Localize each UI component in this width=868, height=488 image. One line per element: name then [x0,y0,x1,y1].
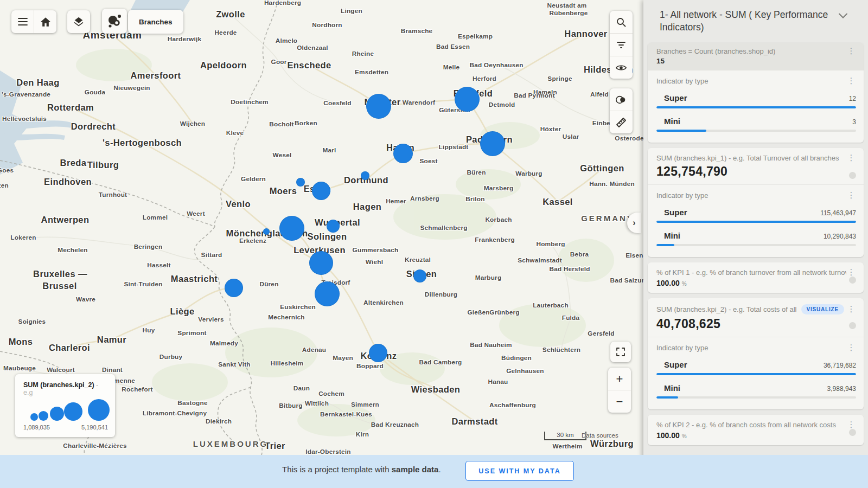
kebab-menu-icon[interactable]: ⋮ [846,191,856,199]
kpi-card: Branches = Count (branches.shop_id)⋮15In… [648,42,864,143]
menu-button[interactable] [11,11,34,32]
branch-bubble[interactable] [393,144,413,163]
branch-bubble[interactable] [309,251,333,275]
indicator-name: Super [664,360,824,369]
measure-button[interactable] [610,111,633,133]
chevron-down-icon[interactable] [839,13,847,18]
kpi-card: % of KPI 2 - e.g. % of branch costs from… [648,415,864,445]
indicator-bar-track [656,396,856,399]
branch-bubble[interactable] [225,279,243,297]
kebab-menu-icon[interactable]: ⋮ [846,268,856,276]
legend-circle [30,413,38,421]
indicator-name: Mini [664,117,852,126]
indicator-title-row: Indicator by type⋮ [656,77,856,85]
branch-bubble[interactable] [279,216,304,241]
indicator-row-head: Mini10,290,843 [664,231,856,240]
zoom-in-button[interactable]: + [608,368,631,390]
zoom-out-button[interactable]: − [608,390,631,413]
indicator-name: Super [664,208,820,217]
visibility-button[interactable] [610,56,633,79]
search-button[interactable] [610,11,633,33]
map-tools-group-1 [610,11,633,79]
indicator-bar-fill [656,396,678,399]
card-label: % of KPI 2 - e.g. % of branch costs from… [656,421,846,429]
layers-control [67,10,90,33]
kebab-menu-icon[interactable]: ⋮ [846,47,856,55]
indicator-name: Mini [664,383,827,393]
visualize-button[interactable]: VISUALIZE [801,304,844,314]
bubble-layer-button[interactable] [102,9,127,34]
indicator-bar-track [656,373,856,375]
indicator-row: Mini3 [656,117,856,132]
app-window: AmsterdamZwolleHannoverApeldoornAmersfoo… [0,0,868,488]
panel-title: 1- All network - SUM ( Key Performance I… [660,9,839,34]
branch-bubble[interactable] [327,220,340,233]
indicator-row-head: Super36,719,682 [664,360,856,369]
indicator-row: Mini3,988,943 [656,383,856,399]
drag-handle-dot [849,172,856,179]
indicator-value: 36,719,682 [824,362,856,369]
map-tools-group-2 [610,88,633,133]
branch-bubble[interactable] [366,94,391,119]
indicator-row: Mini10,290,843 [656,231,856,246]
kebab-menu-icon[interactable]: ⋮ [846,421,856,428]
indicator-row-head: Super12 [664,93,856,102]
indicator-value: 3,988,943 [827,385,856,393]
template-banner: This is a project template with sample d… [0,455,868,488]
indicator-value: 3 [852,118,856,126]
scale-bar: 30 km [544,432,586,440]
ruler-icon [616,117,627,128]
card-label-row: SUM (branches.kpi_1) - e.g. Total Turnov… [656,154,856,162]
attribution-link[interactable]: Data sources [582,432,618,439]
branch-bubble[interactable] [413,269,426,282]
branch-bubble[interactable] [369,344,387,362]
kpi-card-body: SUM (branches.kpi_1) - e.g. Total Turnov… [648,148,864,184]
indicator-bar-track [656,221,856,223]
indicator-title-row: Indicator by type⋮ [656,191,856,200]
kpi-card: SUM (branches.kpi_1) - e.g. Total Turnov… [648,148,864,257]
bubble-cluster-icon [106,13,123,29]
indicator-row: Super12 [656,93,856,108]
branch-bubble[interactable] [312,182,330,200]
filter-icon [616,41,626,49]
branch-bubble[interactable] [296,178,305,187]
layers-icon [73,16,85,28]
layers-button[interactable] [68,11,90,32]
kpi-value-row: 100.00 % [656,431,856,440]
kpi-value: 100.00 [656,279,680,287]
branch-bubble[interactable] [361,171,369,180]
kpi-card: % of KPI 1 - e.g. % of branch turnover f… [648,262,864,293]
home-button[interactable] [34,11,56,32]
indicator-value: 115,463,947 [820,209,856,217]
branch-bubble[interactable] [263,228,270,235]
fullscreen-icon [616,347,626,357]
branch-bubble[interactable] [455,87,480,112]
kpi-value-row: 100.00 % [656,279,856,287]
template-banner-text: This is a project template with sample d… [282,465,441,474]
indicator-name: Mini [664,231,824,240]
kebab-menu-icon[interactable]: ⋮ [846,154,856,162]
eye-icon [615,63,627,72]
legend-min-value: 1,089,035 [23,424,50,431]
basemap-toggle-button[interactable] [610,88,633,111]
indicator-title-row: Indicator by type⋮ [656,344,856,352]
branch-bubble[interactable] [315,281,340,306]
card-label: % of KPI 1 - e.g. % of branch turnover f… [656,268,846,277]
kpi-card-body: % of KPI 2 - e.g. % of branch costs from… [648,415,864,445]
use-with-my-data-button[interactable]: USE WITH MY DATA [465,461,574,481]
filter-button[interactable] [610,34,633,56]
kpi-card: SUM (branches.kpi_2) - e.g. Total costs … [648,298,864,409]
kebab-menu-icon[interactable]: ⋮ [846,77,856,85]
kebab-menu-icon[interactable]: ⋮ [846,305,856,313]
kebab-menu-icon[interactable]: ⋮ [846,344,856,351]
indicator-value: 12 [849,95,856,102]
branches-layer-button[interactable]: Branches [128,10,183,34]
branch-bubble[interactable] [480,131,505,156]
zoom-control: + − [608,368,631,413]
fullscreen-control [610,342,631,362]
fullscreen-button[interactable] [610,342,631,362]
drag-handle-dot [849,322,856,329]
indicator-bar-fill [656,373,856,375]
indicator-bar-track [656,244,856,246]
indicator-title: Indicator by type [656,77,846,85]
